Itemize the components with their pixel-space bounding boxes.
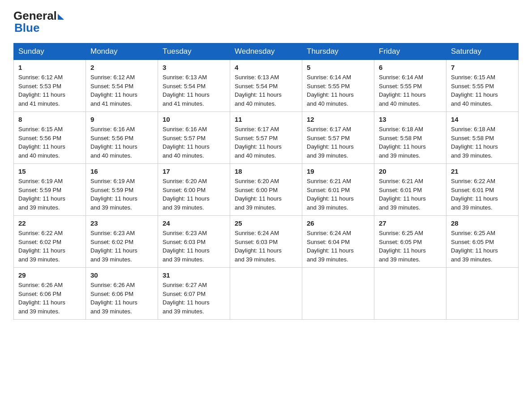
calendar-cell: 11 Sunrise: 6:17 AM Sunset: 5:57 PM Dayl… bbox=[230, 112, 302, 164]
calendar-cell bbox=[230, 268, 302, 320]
calendar-cell: 8 Sunrise: 6:15 AM Sunset: 5:56 PM Dayli… bbox=[14, 112, 86, 164]
week-row-5: 29 Sunrise: 6:26 AM Sunset: 6:06 PM Dayl… bbox=[14, 268, 519, 320]
day-info: Sunrise: 6:15 AM Sunset: 5:56 PM Dayligh… bbox=[18, 125, 81, 160]
day-number: 24 bbox=[163, 219, 225, 227]
calendar-cell: 1 Sunrise: 6:12 AM Sunset: 5:53 PM Dayli… bbox=[14, 60, 86, 112]
calendar-cell: 22 Sunrise: 6:22 AM Sunset: 6:02 PM Dayl… bbox=[14, 216, 86, 268]
day-info: Sunrise: 6:18 AM Sunset: 5:58 PM Dayligh… bbox=[451, 125, 514, 160]
day-number: 31 bbox=[163, 271, 225, 279]
calendar-cell: 7 Sunrise: 6:15 AM Sunset: 5:55 PM Dayli… bbox=[446, 60, 519, 112]
day-number: 23 bbox=[90, 219, 153, 227]
week-row-4: 22 Sunrise: 6:22 AM Sunset: 6:02 PM Dayl… bbox=[14, 216, 519, 268]
day-number: 12 bbox=[307, 116, 369, 123]
day-info: Sunrise: 6:12 AM Sunset: 5:54 PM Dayligh… bbox=[90, 73, 153, 108]
calendar-cell: 3 Sunrise: 6:13 AM Sunset: 5:54 PM Dayli… bbox=[158, 60, 230, 112]
day-info: Sunrise: 6:23 AM Sunset: 6:03 PM Dayligh… bbox=[163, 229, 225, 264]
calendar-cell: 19 Sunrise: 6:21 AM Sunset: 6:01 PM Dayl… bbox=[302, 164, 374, 216]
day-info: Sunrise: 6:22 AM Sunset: 6:01 PM Dayligh… bbox=[451, 177, 514, 212]
logo-blue-text: Blue bbox=[14, 21, 39, 35]
page-header: General Blue bbox=[13, 9, 519, 35]
day-header-friday: Friday bbox=[374, 43, 446, 60]
day-number: 22 bbox=[18, 219, 81, 227]
day-info: Sunrise: 6:16 AM Sunset: 5:57 PM Dayligh… bbox=[163, 125, 225, 160]
day-number: 7 bbox=[451, 64, 514, 71]
week-row-1: 1 Sunrise: 6:12 AM Sunset: 5:53 PM Dayli… bbox=[14, 60, 519, 112]
week-row-3: 15 Sunrise: 6:19 AM Sunset: 5:59 PM Dayl… bbox=[14, 164, 519, 216]
day-number: 18 bbox=[235, 167, 297, 175]
day-header-wednesday: Wednesday bbox=[230, 43, 302, 60]
day-info: Sunrise: 6:12 AM Sunset: 5:53 PM Dayligh… bbox=[18, 73, 81, 108]
day-header-thursday: Thursday bbox=[302, 43, 374, 60]
day-number: 2 bbox=[90, 64, 153, 71]
day-info: Sunrise: 6:20 AM Sunset: 6:00 PM Dayligh… bbox=[235, 177, 297, 212]
day-info: Sunrise: 6:13 AM Sunset: 5:54 PM Dayligh… bbox=[235, 73, 297, 108]
day-info: Sunrise: 6:21 AM Sunset: 6:01 PM Dayligh… bbox=[379, 177, 442, 212]
day-info: Sunrise: 6:16 AM Sunset: 5:56 PM Dayligh… bbox=[90, 125, 153, 160]
calendar-cell bbox=[302, 268, 374, 320]
calendar-cell: 24 Sunrise: 6:23 AM Sunset: 6:03 PM Dayl… bbox=[158, 216, 230, 268]
day-info: Sunrise: 6:18 AM Sunset: 5:58 PM Dayligh… bbox=[379, 125, 442, 160]
calendar-cell: 30 Sunrise: 6:26 AM Sunset: 6:06 PM Dayl… bbox=[86, 268, 158, 320]
calendar-cell: 4 Sunrise: 6:13 AM Sunset: 5:54 PM Dayli… bbox=[230, 60, 302, 112]
calendar-cell: 27 Sunrise: 6:25 AM Sunset: 6:05 PM Dayl… bbox=[374, 216, 446, 268]
day-number: 21 bbox=[451, 167, 514, 175]
calendar-cell: 12 Sunrise: 6:17 AM Sunset: 5:57 PM Dayl… bbox=[302, 112, 374, 164]
week-row-2: 8 Sunrise: 6:15 AM Sunset: 5:56 PM Dayli… bbox=[14, 112, 519, 164]
day-number: 20 bbox=[379, 167, 442, 175]
day-info: Sunrise: 6:27 AM Sunset: 6:07 PM Dayligh… bbox=[163, 281, 225, 316]
day-number: 15 bbox=[18, 167, 81, 175]
calendar-cell: 18 Sunrise: 6:20 AM Sunset: 6:00 PM Dayl… bbox=[230, 164, 302, 216]
calendar-cell bbox=[374, 268, 446, 320]
day-number: 29 bbox=[18, 271, 81, 279]
day-number: 17 bbox=[163, 167, 225, 175]
calendar-cell: 29 Sunrise: 6:26 AM Sunset: 6:06 PM Dayl… bbox=[14, 268, 86, 320]
day-number: 16 bbox=[90, 167, 153, 175]
day-number: 4 bbox=[235, 64, 297, 71]
day-header-tuesday: Tuesday bbox=[158, 43, 230, 60]
logo: General Blue bbox=[13, 9, 64, 35]
day-info: Sunrise: 6:13 AM Sunset: 5:54 PM Dayligh… bbox=[163, 73, 225, 108]
day-number: 3 bbox=[163, 64, 225, 71]
day-number: 11 bbox=[235, 116, 297, 123]
day-info: Sunrise: 6:19 AM Sunset: 5:59 PM Dayligh… bbox=[90, 177, 153, 212]
calendar-table: SundayMondayTuesdayWednesdayThursdayFrid… bbox=[13, 43, 519, 320]
calendar-cell: 10 Sunrise: 6:16 AM Sunset: 5:57 PM Dayl… bbox=[158, 112, 230, 164]
calendar-cell: 25 Sunrise: 6:24 AM Sunset: 6:03 PM Dayl… bbox=[230, 216, 302, 268]
calendar-cell: 28 Sunrise: 6:25 AM Sunset: 6:05 PM Dayl… bbox=[446, 216, 519, 268]
calendar-cell: 17 Sunrise: 6:20 AM Sunset: 6:00 PM Dayl… bbox=[158, 164, 230, 216]
day-info: Sunrise: 6:20 AM Sunset: 6:00 PM Dayligh… bbox=[163, 177, 225, 212]
calendar-cell: 15 Sunrise: 6:19 AM Sunset: 5:59 PM Dayl… bbox=[14, 164, 86, 216]
day-header-monday: Monday bbox=[86, 43, 158, 60]
calendar-cell: 16 Sunrise: 6:19 AM Sunset: 5:59 PM Dayl… bbox=[86, 164, 158, 216]
day-info: Sunrise: 6:21 AM Sunset: 6:01 PM Dayligh… bbox=[307, 177, 369, 212]
calendar-cell: 26 Sunrise: 6:24 AM Sunset: 6:04 PM Dayl… bbox=[302, 216, 374, 268]
day-info: Sunrise: 6:14 AM Sunset: 5:55 PM Dayligh… bbox=[307, 73, 369, 108]
day-number: 6 bbox=[379, 64, 442, 71]
day-header-saturday: Saturday bbox=[446, 43, 519, 60]
day-number: 14 bbox=[451, 116, 514, 123]
day-number: 19 bbox=[307, 167, 369, 175]
day-info: Sunrise: 6:17 AM Sunset: 5:57 PM Dayligh… bbox=[307, 125, 369, 160]
logo-arrow-icon bbox=[58, 14, 64, 20]
days-header-row: SundayMondayTuesdayWednesdayThursdayFrid… bbox=[14, 43, 519, 60]
day-number: 30 bbox=[90, 271, 153, 279]
calendar-cell: 23 Sunrise: 6:23 AM Sunset: 6:02 PM Dayl… bbox=[86, 216, 158, 268]
day-number: 8 bbox=[18, 116, 81, 123]
day-number: 9 bbox=[90, 116, 153, 123]
calendar-cell: 21 Sunrise: 6:22 AM Sunset: 6:01 PM Dayl… bbox=[446, 164, 519, 216]
day-number: 5 bbox=[307, 64, 369, 71]
day-number: 28 bbox=[451, 219, 514, 227]
day-info: Sunrise: 6:26 AM Sunset: 6:06 PM Dayligh… bbox=[18, 281, 81, 316]
day-info: Sunrise: 6:25 AM Sunset: 6:05 PM Dayligh… bbox=[451, 229, 514, 264]
day-header-sunday: Sunday bbox=[14, 43, 86, 60]
calendar-cell: 14 Sunrise: 6:18 AM Sunset: 5:58 PM Dayl… bbox=[446, 112, 519, 164]
day-info: Sunrise: 6:17 AM Sunset: 5:57 PM Dayligh… bbox=[235, 125, 297, 160]
day-number: 10 bbox=[163, 116, 225, 123]
day-number: 27 bbox=[379, 219, 442, 227]
calendar-cell: 6 Sunrise: 6:14 AM Sunset: 5:55 PM Dayli… bbox=[374, 60, 446, 112]
day-info: Sunrise: 6:25 AM Sunset: 6:05 PM Dayligh… bbox=[379, 229, 442, 264]
day-number: 25 bbox=[235, 219, 297, 227]
day-info: Sunrise: 6:15 AM Sunset: 5:55 PM Dayligh… bbox=[451, 73, 514, 108]
day-info: Sunrise: 6:24 AM Sunset: 6:04 PM Dayligh… bbox=[307, 229, 369, 264]
day-info: Sunrise: 6:23 AM Sunset: 6:02 PM Dayligh… bbox=[90, 229, 153, 264]
